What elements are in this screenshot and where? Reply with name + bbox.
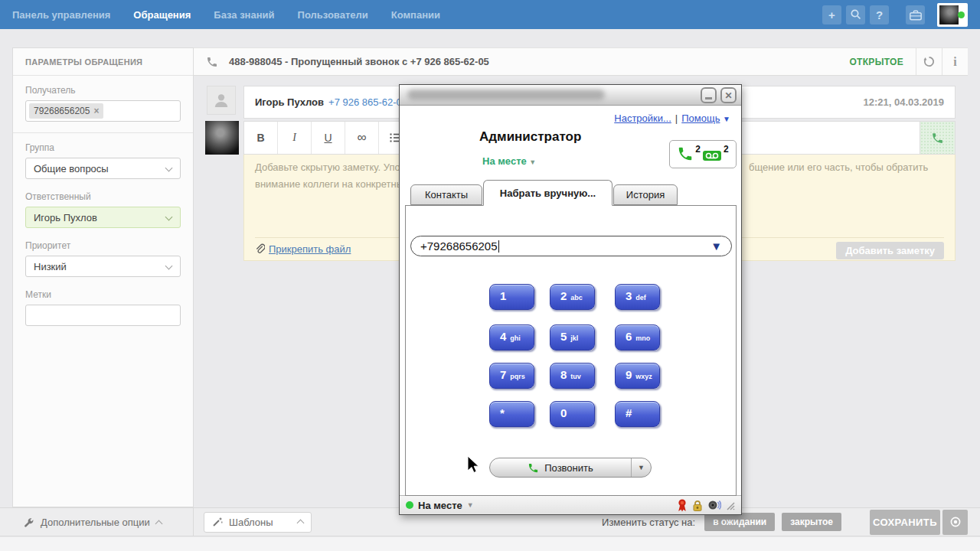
author-phone-link[interactable]: +7 926 865-62-05: [328, 96, 407, 108]
dial-history-dropdown-icon[interactable]: ▼: [710, 240, 722, 253]
close-icon[interactable]: ✕: [720, 87, 737, 103]
recipient-section: Получатель 79268656205 ×: [13, 76, 193, 133]
dialpad-key-3[interactable]: 3def: [615, 284, 660, 310]
tab-history[interactable]: История: [613, 184, 678, 205]
top-navbar: Панель управления Обращения База знаний …: [0, 0, 980, 29]
remove-tag-icon[interactable]: ×: [93, 106, 99, 116]
resize-grip-icon[interactable]: [725, 500, 735, 510]
calls-count: 2: [695, 144, 701, 155]
nav-item-tickets[interactable]: Обращения: [133, 9, 191, 21]
assignee-select[interactable]: Игорь Пухлов: [25, 207, 181, 228]
dialpad-key-5[interactable]: 5jkl: [550, 324, 595, 350]
tags-input[interactable]: [25, 305, 181, 326]
presence-status-select[interactable]: На месте ▼: [482, 155, 536, 167]
ticket-title: 488-988045 - Пропущенный звонок с +7 926…: [229, 56, 489, 67]
call-counters[interactable]: 2 2: [669, 140, 737, 168]
chevron-down-icon[interactable]: ▼: [723, 115, 730, 123]
softphone-window: ✕ Настройки...|Помощь ▼ Администратор На…: [399, 84, 742, 515]
underline-button[interactable]: U: [312, 122, 345, 154]
phone-icon: [528, 462, 539, 474]
templates-label: Шаблоны: [229, 517, 273, 528]
presence-status-value: На месте: [482, 155, 527, 167]
presence-dot: [406, 501, 413, 509]
more-options-toggle[interactable]: Дополнительные опции: [0, 508, 194, 536]
navbar-actions: + ?: [818, 3, 968, 27]
ticket-status-badge[interactable]: ОТКРЫТОЕ: [849, 57, 903, 67]
dial-number-input[interactable]: +79268656205 ▼: [410, 236, 732, 256]
templates-button[interactable]: Шаблоны: [204, 512, 312, 533]
add-icon[interactable]: +: [822, 5, 841, 24]
statusbar-presence[interactable]: На месте: [418, 500, 462, 511]
priority-label: Приоритет: [25, 240, 181, 251]
dialpad-key-2[interactable]: 2abc: [550, 284, 595, 310]
tags-label: Метки: [25, 289, 181, 300]
dialpad-key-8[interactable]: 8tuv: [550, 363, 595, 389]
briefcase-icon[interactable]: [906, 5, 925, 24]
nav-item-knowledge-base[interactable]: База знаний: [214, 9, 274, 21]
dialpad-key-7[interactable]: 7pqrs: [489, 363, 534, 389]
search-icon[interactable]: [846, 5, 865, 24]
ticket-params-sidebar: ПАРАМЕТРЫ ОБРАЩЕНИЯ Получатель 792686562…: [12, 47, 194, 507]
nav-item-companies[interactable]: Компании: [391, 9, 440, 21]
tab-manual-dial[interactable]: Набрать вручную...: [483, 180, 612, 206]
group-value: Общие вопросы: [34, 163, 109, 174]
dialpad-key-hash[interactable]: #: [615, 401, 660, 427]
status-closed-button[interactable]: закрытое: [782, 513, 841, 531]
help-icon[interactable]: ?: [870, 5, 889, 24]
bold-button[interactable]: B: [244, 122, 278, 154]
change-status-label: Изменить статус на:: [602, 517, 695, 528]
sidebar-title: ПАРАМЕТРЫ ОБРАЩЕНИЯ: [13, 48, 193, 76]
paperclip-icon: [255, 243, 265, 255]
recipient-label: Получатель: [25, 85, 181, 96]
history-icon[interactable]: [916, 48, 942, 75]
phone-icon: [931, 132, 944, 145]
group-select[interactable]: Общие вопросы: [25, 158, 181, 179]
dialpad-key-0[interactable]: 0: [550, 401, 595, 427]
softphone-links: Настройки...|Помощь ▼: [614, 112, 730, 124]
call-contact-button[interactable]: [920, 122, 955, 154]
dialpad-key-1[interactable]: 1: [489, 284, 534, 310]
italic-button[interactable]: I: [278, 122, 312, 154]
chevron-down-icon[interactable]: ▼: [467, 501, 474, 509]
fields-section: Группа Общие вопросы Ответственный Игорь…: [13, 133, 193, 337]
attach-file-link[interactable]: Прикрепить файл: [255, 243, 351, 255]
call-button[interactable]: Позвонить ▼: [489, 458, 652, 478]
save-button[interactable]: СОХРАНИТЬ: [870, 510, 940, 535]
recipient-input[interactable]: 79268656205 ×: [25, 100, 181, 122]
phone-icon: [206, 56, 218, 68]
mouse-cursor: [467, 456, 482, 474]
link-icon[interactable]: ∞: [345, 122, 379, 154]
softphone-titlebar[interactable]: ✕: [400, 85, 741, 106]
message-timestamp: 12:21, 04.03.2019: [863, 96, 944, 108]
statusbar-icons: [677, 498, 735, 512]
lock-icon[interactable]: [691, 499, 704, 512]
voicemail-icon: [702, 149, 722, 162]
minimize-button[interactable]: [701, 87, 717, 103]
nav-item-users[interactable]: Пользователи: [298, 9, 368, 21]
user-avatar[interactable]: [937, 3, 968, 27]
priority-select[interactable]: Низкий: [25, 256, 181, 277]
dialpad-key-star[interactable]: *: [489, 401, 534, 427]
voicemail-count: 2: [724, 144, 729, 155]
help-link[interactable]: Помощь: [681, 112, 720, 124]
chevron-down-icon: [165, 262, 173, 270]
dialpad-key-9[interactable]: 9wxyz: [615, 363, 660, 389]
tab-contacts[interactable]: Контакты: [410, 184, 482, 205]
priority-value: Низкий: [34, 261, 67, 272]
add-note-button[interactable]: Добавить заметку: [836, 242, 944, 259]
dialpad-key-6[interactable]: 6mno: [615, 324, 660, 350]
save-options-button[interactable]: [942, 510, 968, 535]
nav-item-dashboard[interactable]: Панель управления: [12, 9, 110, 21]
chevron-down-icon: ▼: [529, 158, 536, 166]
text-caret: [498, 240, 500, 253]
status-pending-button[interactable]: в ожидании: [704, 513, 775, 531]
note-placeholder: бщение или его часть, чтобы обратить: [749, 161, 928, 173]
settings-link[interactable]: Настройки...: [614, 112, 671, 124]
speaker-icon[interactable]: [707, 499, 721, 512]
info-icon[interactable]: i: [942, 48, 968, 75]
call-options-dropdown[interactable]: ▼: [631, 458, 651, 477]
call-button-main[interactable]: Позвонить: [490, 462, 631, 474]
dialpad-key-4[interactable]: 4ghi: [489, 324, 534, 350]
certificate-ribbon-icon[interactable]: [677, 498, 688, 512]
avatar-photo: [939, 5, 959, 24]
